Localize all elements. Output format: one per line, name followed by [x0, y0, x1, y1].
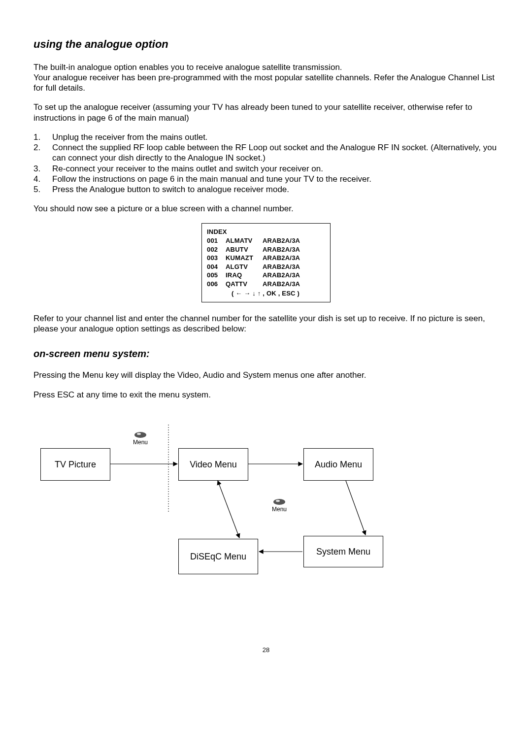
index-row: 001ALMATVARAB2A/3A: [207, 236, 324, 245]
step-num: 4.: [33, 174, 52, 184]
para-menu1: Pressing the Menu key will display the V…: [33, 370, 499, 380]
page-number: 28: [33, 646, 499, 654]
step-text: Unplug the receiver from the mains outle…: [52, 132, 499, 142]
index-row: 005IRAQARAB2A/3A: [207, 271, 324, 280]
index-footer: ( ← → ↓ ↑ , OK , ESC ): [207, 289, 324, 298]
steps-list: 1.Unplug the receiver from the mains out…: [33, 132, 499, 195]
index-row: 003KUMAZTARAB2A/3A: [207, 254, 324, 263]
para-intro: The built-in analogue option enables you…: [33, 62, 499, 94]
para-after-list: You should now see a picture or a blue s…: [33, 203, 499, 214]
step-num: 5.: [33, 184, 52, 195]
index-box: INDEX 001ALMATVARAB2A/3A 002ABUTVARAB2A/…: [201, 223, 331, 302]
index-row: 002ABUTVARAB2A/3A: [207, 245, 324, 254]
step-text: Re-connect your receiver to the mains ou…: [52, 164, 499, 174]
index-title: INDEX: [207, 228, 324, 236]
para-menu2: Press ESC at any time to exit the menu s…: [33, 390, 499, 400]
menu-flow-diagram: TV Picture Video Menu Audio Menu DiSEqC …: [40, 425, 395, 602]
step-num: 2.: [33, 142, 52, 164]
step-num: 1.: [33, 132, 52, 142]
step-text: Follow the instructions on page 6 in the…: [52, 174, 499, 184]
para-refer: Refer to your channel list and enter the…: [33, 313, 499, 334]
diagram-arrows: [40, 425, 395, 602]
heading-sub: on-screen menu system:: [33, 348, 499, 360]
step-text: Connect the supplied RF loop cable betwe…: [52, 142, 499, 164]
para-setup: To set up the analogue receiver (assumin…: [33, 102, 499, 123]
index-row: 004ALGTVARAB2A/3A: [207, 263, 324, 271]
heading-main: using the analogue option: [33, 37, 499, 51]
index-row: 006QATTVARAB2A/3A: [207, 280, 324, 289]
svg-line-7: [218, 481, 239, 538]
svg-line-8: [346, 481, 366, 535]
step-text: Press the Analogue button to switch to a…: [52, 184, 499, 195]
step-num: 3.: [33, 164, 52, 174]
